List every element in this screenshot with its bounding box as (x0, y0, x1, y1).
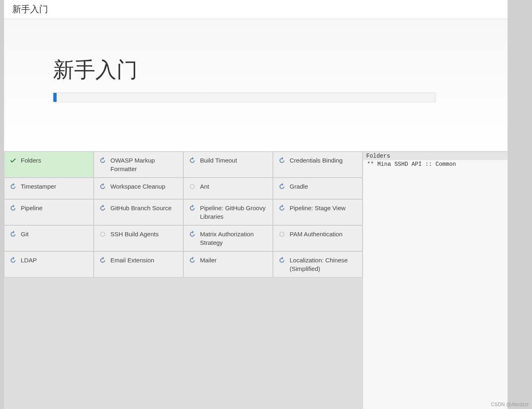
top-bar: 新手入门 (4, 0, 508, 19)
circle-icon (189, 183, 196, 190)
plugin-cell: Pipeline: Stage View (273, 199, 363, 225)
plugin-label: Matrix Authorization Strategy (200, 230, 268, 247)
plugin-cell: Build Timeout (183, 152, 273, 178)
plugin-cell: Timestamper (4, 178, 94, 199)
plugin-status-icon (278, 204, 286, 212)
side-panel-header: Folders (363, 152, 508, 160)
plugin-status-icon (189, 257, 196, 264)
watermark: CSDN @Abcdzzr (491, 402, 529, 407)
hero-section: 新手入门 (4, 19, 508, 152)
plugin-status-icon (278, 183, 286, 190)
plugin-status-icon (99, 231, 106, 238)
plugin-cell: Pipeline: GitHub Groovy Libraries (183, 199, 273, 225)
plugin-cell: Matrix Authorization Strategy (183, 225, 273, 251)
plugin-label: Credentials Binding (290, 156, 343, 165)
plugin-status-icon (189, 183, 196, 190)
refresh-icon (189, 157, 196, 164)
plugin-status-icon (278, 231, 286, 238)
plugin-cell: Workspace Cleanup (94, 178, 183, 199)
plugin-status-icon (9, 157, 17, 164)
refresh-icon (9, 231, 17, 238)
plugin-status-icon (278, 157, 286, 164)
circle-icon (279, 231, 285, 237)
plugin-cell: Credentials Binding (273, 152, 363, 178)
progress-bar (53, 92, 436, 102)
refresh-icon (189, 257, 196, 264)
plugin-status-icon (189, 231, 196, 238)
main-container: 新手入门 新手入门 FoldersOWASP Markup FormatterB… (4, 0, 508, 409)
refresh-icon (189, 204, 196, 212)
plugin-label: Email Extension (110, 256, 154, 264)
refresh-icon (9, 257, 17, 264)
plugin-cell: Git (4, 225, 94, 251)
svg-point-2 (280, 232, 284, 237)
plugin-label: SSH Build Agents (110, 230, 158, 238)
plugin-label: Folders (21, 156, 41, 165)
plugin-cell: SSH Build Agents (94, 225, 183, 251)
content-row: FoldersOWASP Markup FormatterBuild Timeo… (4, 152, 508, 409)
plugin-label: Build Timeout (200, 156, 237, 165)
plugin-label: PAM Authentication (290, 230, 343, 238)
refresh-icon (99, 157, 106, 164)
refresh-icon (278, 157, 286, 164)
plugin-label: Pipeline: Stage View (290, 204, 345, 212)
plugin-cell: PAM Authentication (273, 225, 363, 251)
plugin-cell: Ant (183, 178, 273, 199)
plugin-label: OWASP Markup Formatter (110, 156, 178, 173)
side-panel: Folders ** Mina SSHD API :: Common (363, 152, 508, 409)
plugin-label: Timestamper (21, 182, 56, 191)
side-panel-line: ** Mina SSHD API :: Common (367, 161, 503, 167)
plugin-status-icon (99, 257, 106, 264)
plugin-label: Ant (200, 182, 209, 191)
plugin-label: Pipeline (21, 204, 42, 212)
plugin-status-icon (99, 204, 106, 212)
plugin-grid: FoldersOWASP Markup FormatterBuild Timeo… (4, 152, 363, 409)
hero-title: 新手入门 (53, 56, 459, 84)
refresh-icon (278, 257, 286, 264)
plugin-status-icon (278, 257, 286, 264)
refresh-icon (189, 231, 196, 238)
top-bar-title: 新手入门 (12, 3, 499, 15)
plugin-cell: Email Extension (94, 251, 183, 277)
plugin-label: Mailer (200, 256, 217, 264)
plugin-status-icon (9, 257, 17, 264)
plugin-status-icon (189, 157, 196, 164)
refresh-icon (99, 183, 106, 190)
plugin-status-icon (9, 231, 17, 238)
plugin-label: Git (21, 230, 29, 238)
refresh-icon (278, 204, 286, 212)
svg-point-1 (101, 232, 105, 237)
refresh-icon (99, 257, 106, 264)
circle-icon (99, 231, 106, 237)
plugin-cell: Pipeline (4, 199, 94, 225)
refresh-icon (9, 183, 17, 190)
plugin-label: Workspace Cleanup (110, 182, 165, 191)
plugin-status-icon (9, 204, 17, 212)
plugin-label: Gradle (290, 182, 308, 191)
plugin-status-icon (99, 157, 106, 164)
plugin-cell: Mailer (183, 251, 273, 277)
plugin-status-icon (189, 204, 196, 212)
refresh-icon (99, 204, 106, 212)
plugin-cell: LDAP (4, 251, 94, 277)
plugin-status-icon (99, 183, 106, 190)
plugin-cell: Gradle (273, 178, 363, 199)
svg-point-0 (190, 185, 195, 189)
plugin-cell: OWASP Markup Formatter (94, 152, 183, 178)
refresh-icon (278, 183, 286, 190)
plugin-label: LDAP (21, 256, 37, 264)
plugin-status-icon (9, 183, 17, 190)
plugin-label: GitHub Branch Source (110, 204, 171, 212)
check-icon (9, 157, 17, 164)
plugin-cell: Localization: Chinese (Simplified) (273, 251, 363, 277)
refresh-icon (9, 204, 17, 212)
plugin-label: Pipeline: GitHub Groovy Libraries (200, 204, 268, 221)
plugin-cell: GitHub Branch Source (94, 199, 183, 225)
plugin-label: Localization: Chinese (Simplified) (290, 256, 357, 273)
progress-bar-fill (53, 93, 57, 102)
plugin-cell: Folders (4, 152, 94, 178)
